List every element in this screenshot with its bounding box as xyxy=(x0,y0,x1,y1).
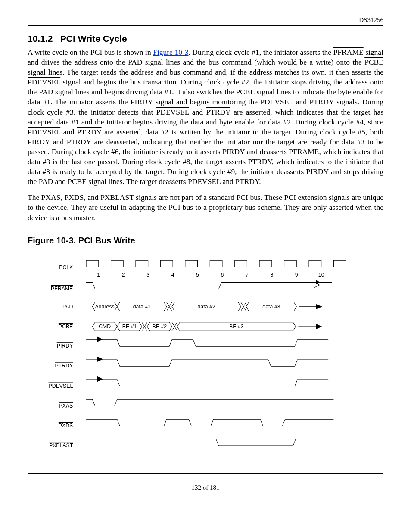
svg-text:9: 9 xyxy=(295,272,298,278)
label-pclk: PCLK xyxy=(59,264,73,270)
timing-diagram: .lbl { font: 12px Arial, sans-serif; } .… xyxy=(28,250,383,474)
header-divider xyxy=(28,25,383,26)
section-title: PCI Write Cycle xyxy=(60,34,127,44)
label-pirdy: PIRDY xyxy=(57,343,73,349)
svg-text:3: 3 xyxy=(146,272,149,278)
svg-text:Address: Address xyxy=(95,304,115,310)
section-number: 10.1.2 xyxy=(28,34,58,44)
svg-text:7: 7 xyxy=(246,272,249,278)
svg-text:1: 1 xyxy=(97,272,100,278)
label-pad: PAD xyxy=(62,304,73,310)
label-pframe: PFRAME xyxy=(51,285,73,291)
svg-text:data #3: data #3 xyxy=(262,304,280,310)
svg-text:BE #2: BE #2 xyxy=(153,324,167,330)
svg-marker-25 xyxy=(97,356,103,361)
label-pcbe: PCBE xyxy=(59,324,73,330)
document-id: DS31256 xyxy=(28,16,383,25)
svg-marker-26 xyxy=(97,376,103,381)
svg-text:10: 10 xyxy=(318,272,324,278)
svg-text:data #1: data #1 xyxy=(133,304,151,310)
svg-marker-23 xyxy=(316,324,322,329)
label-pdevsel: PDEVSEL xyxy=(49,383,73,389)
svg-marker-17 xyxy=(316,304,322,309)
figure-title: Figure 10-3. PCI Bus Write xyxy=(28,236,383,246)
figure-link[interactable]: Figure 10-3 xyxy=(153,48,188,56)
svg-text:data #2: data #2 xyxy=(198,304,215,310)
svg-text:CMD: CMD xyxy=(99,324,111,330)
label-pxas: PXAS xyxy=(59,402,73,408)
svg-text:2: 2 xyxy=(122,272,125,278)
body-paragraph-2: The PXAS, PXDS, and PXBLAST signals are … xyxy=(28,193,383,222)
svg-text:6: 6 xyxy=(221,272,224,278)
svg-text:5: 5 xyxy=(196,272,199,278)
svg-text:8: 8 xyxy=(270,272,273,278)
svg-text:BE #1: BE #1 xyxy=(122,324,137,330)
section-heading: 10.1.2 PCI Write Cycle xyxy=(28,34,383,44)
label-pxds: PXDS xyxy=(59,422,73,428)
body-paragraph-1: A write cycle on the PCI bus is shown in… xyxy=(28,47,383,187)
svg-marker-11 xyxy=(316,280,320,284)
svg-text:BE #3: BE #3 xyxy=(229,324,244,330)
svg-marker-24 xyxy=(97,336,103,342)
page-number: 132 of 181 xyxy=(28,484,383,492)
svg-text:4: 4 xyxy=(171,272,174,278)
label-pxblast: PXBLAST xyxy=(49,442,73,448)
label-ptrdy: PTRDY xyxy=(55,363,73,369)
